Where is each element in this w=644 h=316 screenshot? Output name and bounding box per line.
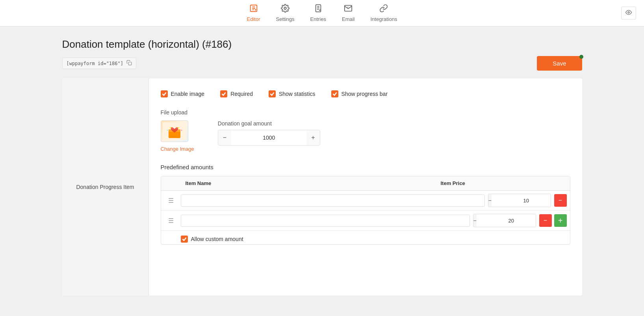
shortcode-bar: [wppayform id="186"] Save [62,56,582,71]
table-header: Item Name Item Price [161,176,570,191]
file-upload-section: File upload [161,109,570,152]
nav-item-editor[interactable]: Editor [247,4,260,22]
checkbox-show-statistics-label: Show statistics [279,91,316,97]
nav-item-entries[interactable]: Entries [310,4,326,22]
donation-goal-label: Donation goal amount [218,120,320,127]
preview-button[interactable] [621,7,636,20]
settings-icon [281,4,290,15]
row-1-actions: − [554,194,570,207]
checkbox-required-box [220,90,227,97]
row-2-name-input[interactable] [181,215,470,227]
th-item-price: Item Price [436,176,523,190]
file-upload-label: File upload [161,109,570,116]
predefined-section: Predefined amounts Item Name Item Price … [161,164,570,245]
editor-icon [249,4,258,15]
nav-integrations-label: Integrations [371,16,397,22]
donation-goal-section: Donation goal amount − + [218,120,320,146]
donation-goal-decrement[interactable]: − [218,130,232,145]
nav-settings-label: Settings [276,16,295,22]
checkbox-required-label: Required [230,91,253,97]
svg-rect-5 [128,62,132,65]
save-button-wrapper: Save [537,56,582,71]
row-2-price-decrement[interactable]: − [473,214,477,227]
integrations-icon [379,4,388,15]
page-title: Donation template (horizontal) (#186) [62,38,582,50]
checkbox-show-progress-bar[interactable]: Show progress bar [331,90,388,97]
svg-point-11 [181,130,182,131]
main-layout: Donation Progress Item Enable image [62,79,582,295]
allow-custom-checkbox[interactable] [181,236,188,243]
upload-row: Change Image Donation goal amount − + [161,120,570,152]
nav-entries-label: Entries [310,16,326,22]
change-image-link[interactable]: Change Image [161,146,194,152]
donation-goal-increment[interactable]: + [306,130,320,145]
page-content: Donation template (horizontal) (#186) [w… [46,26,598,307]
checkbox-show-progress-bar-box [331,90,338,97]
drag-handle-1[interactable]: ☰ [161,197,181,204]
svg-point-1 [284,7,286,9]
shortcode-box: [wppayform id="186"] [62,58,137,69]
sidebar-panel: Donation Progress Item [62,79,149,295]
row-2-price-group: − + [473,214,536,227]
image-thumbnail [161,120,188,142]
nav-items: Editor Settings Entries [247,4,397,22]
svg-point-4 [628,12,629,13]
shortcode-text: [wppayform id="186"] [67,61,124,66]
svg-point-12 [167,130,168,131]
checkbox-enable-image[interactable]: Enable image [161,90,205,97]
row-1-price-group: − + [488,194,551,207]
donation-goal-input[interactable] [231,131,306,144]
row-1-delete-button[interactable]: − [554,194,567,207]
row-1-price-decrement[interactable]: − [488,194,492,207]
nav-editor-label: Editor [247,16,260,22]
top-nav: Editor Settings Entries [0,0,644,26]
nav-item-email[interactable]: Email [342,4,355,22]
checkbox-enable-image-label: Enable image [171,91,205,97]
email-icon [344,4,353,15]
table-row: ☰ − + − [161,191,570,211]
nav-item-settings[interactable]: Settings [276,4,295,22]
checkbox-required[interactable]: Required [220,90,253,97]
drag-handle-2[interactable]: ☰ [161,217,181,224]
row-2-delete-button[interactable]: − [539,214,552,227]
checkbox-enable-image-box [161,90,168,97]
row-1-price-input[interactable] [492,196,551,205]
donation-goal-input-group: − + [218,130,320,146]
row-2-actions: − + [539,214,570,227]
th-drag [161,176,181,190]
nav-email-label: Email [342,16,355,22]
svg-point-10 [178,127,179,129]
predefined-label: Predefined amounts [161,164,570,170]
entries-icon [314,4,323,15]
allow-custom-row: Allow custom amount [161,231,570,244]
sidebar-label: Donation Progress Item [76,184,134,190]
checkbox-show-progress-bar-label: Show progress bar [341,91,388,97]
checkbox-row: Enable image Required [161,90,570,97]
allow-custom-label: Allow custom amount [191,236,243,242]
content-panel: Enable image Required [149,79,582,295]
table-row: ☰ − + − + [161,211,570,231]
row-1-name-input[interactable] [181,194,485,207]
save-status-dot [579,55,583,59]
amounts-table: Item Name Item Price ☰ − + [161,176,570,245]
checkbox-show-statistics[interactable]: Show statistics [269,90,316,97]
upload-left: Change Image [161,120,194,152]
row-2-add-button[interactable]: + [554,214,567,227]
save-button[interactable]: Save [537,56,582,71]
nav-item-integrations[interactable]: Integrations [371,4,397,22]
th-item-name: Item Name [181,176,436,190]
svg-point-9 [170,127,171,129]
copy-icon[interactable] [126,60,132,67]
row-2-price-input[interactable] [477,216,536,225]
th-actions [523,176,570,190]
checkbox-show-statistics-box [269,90,276,97]
